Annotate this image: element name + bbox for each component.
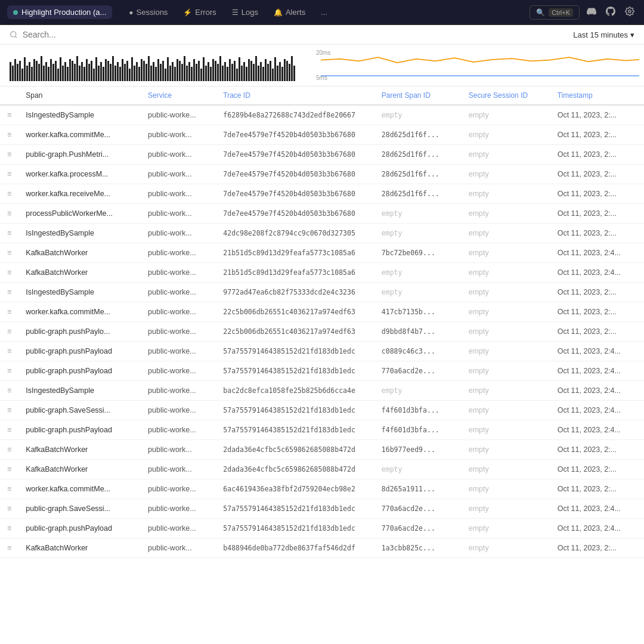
nav-logs[interactable]: ☰ Logs bbox=[225, 5, 265, 20]
row-timestamp: Oct 11, 2023, 2:... bbox=[550, 440, 644, 460]
svg-point-1 bbox=[11, 32, 16, 37]
nav-items: ● Sessions ⚡ Errors ☰ Logs 🔔 Alerts ... bbox=[122, 5, 530, 20]
table-row[interactable]: ≡ IsIngestedBySample public-worke... bac… bbox=[0, 381, 644, 401]
row-trace-id: 7de7ee4579e7f4520b4d0503b3b67680 bbox=[216, 125, 374, 145]
row-service: public-worke... bbox=[141, 283, 216, 302]
row-trace-id: 21b51d5c89d13d29feafa5773c1085a6 bbox=[216, 263, 374, 283]
row-span: public-graph.pushPaylo... bbox=[18, 322, 141, 342]
table-row[interactable]: ≡ KafkaBatchWorker public-work... 2dada3… bbox=[0, 440, 644, 460]
table-row[interactable]: ≡ public-graph.pushPaylo... public-worke… bbox=[0, 322, 644, 342]
row-trace-id: 22c5b006db26551c4036217a974edf63 bbox=[216, 302, 374, 322]
table-row[interactable]: ≡ public-graph.SaveSessi... public-worke… bbox=[0, 499, 644, 519]
row-session-id: empty bbox=[462, 302, 550, 322]
row-parent-span-id: 16b977eed9... bbox=[374, 440, 462, 460]
row-service: public-work... bbox=[141, 204, 216, 224]
table-row[interactable]: ≡ IsIngestedBySample public-work... 42dc… bbox=[0, 224, 644, 243]
row-menu[interactable]: ≡ bbox=[0, 538, 18, 558]
search-shortcut[interactable]: 🔍 Ctrl+K bbox=[530, 5, 580, 20]
table-row[interactable]: ≡ IsIngestedBySample public-worke... 977… bbox=[0, 283, 644, 302]
row-span: KafkaBatchWorker bbox=[18, 243, 141, 263]
row-session-id: empty bbox=[462, 479, 550, 499]
row-session-id: empty bbox=[462, 538, 550, 558]
table-row[interactable]: ≡ worker.kafka.processM... public-work..… bbox=[0, 165, 644, 184]
table-row[interactable]: ≡ worker.kafka.receiveMe... public-work.… bbox=[0, 184, 644, 204]
row-parent-span-id: d9bbd8f4b7... bbox=[374, 322, 462, 342]
col-span: Span bbox=[18, 86, 141, 105]
search-kbd-label: Ctrl+K bbox=[549, 8, 573, 17]
search-icon: 🔍 bbox=[536, 8, 545, 17]
table-row[interactable]: ≡ worker.kafka.commitMe... public-work..… bbox=[0, 125, 644, 145]
row-menu[interactable]: ≡ bbox=[0, 519, 18, 538]
row-menu[interactable]: ≡ bbox=[0, 420, 18, 440]
table-header-row: Span Service Trace ID Parent Span ID Sec… bbox=[0, 86, 644, 105]
time-filter[interactable]: Last 15 minutes ▾ bbox=[573, 30, 634, 39]
spans-table: Span Service Trace ID Parent Span ID Sec… bbox=[0, 86, 644, 558]
table-row[interactable]: ≡ KafkaBatchWorker public-worke... 21b51… bbox=[0, 243, 644, 263]
nav-more[interactable]: ... bbox=[314, 5, 335, 20]
row-menu[interactable]: ≡ bbox=[0, 243, 18, 263]
table-row[interactable]: ≡ processPublicWorkerMe... public-work..… bbox=[0, 204, 644, 224]
row-menu[interactable]: ≡ bbox=[0, 224, 18, 243]
row-menu[interactable]: ≡ bbox=[0, 440, 18, 460]
row-trace-id: 7de7ee4579e7f4520b4d0503b3b67680 bbox=[216, 204, 374, 224]
row-menu[interactable]: ≡ bbox=[0, 263, 18, 283]
row-menu[interactable]: ≡ bbox=[0, 105, 18, 125]
row-menu[interactable]: ≡ bbox=[0, 184, 18, 204]
alerts-icon: 🔔 bbox=[274, 8, 283, 17]
nav-sessions[interactable]: ● Sessions bbox=[122, 5, 175, 20]
table-row[interactable]: ≡ KafkaBatchWorker public-work... 2dada3… bbox=[0, 460, 644, 479]
settings-button[interactable] bbox=[623, 4, 637, 21]
row-service: public-work... bbox=[141, 165, 216, 184]
row-menu[interactable]: ≡ bbox=[0, 283, 18, 302]
table-row[interactable]: ≡ public-graph.SaveSessi... public-worke… bbox=[0, 401, 644, 420]
table-row[interactable]: ≡ IsIngestedBySample public-worke... f62… bbox=[0, 105, 644, 125]
github-button[interactable] bbox=[603, 4, 618, 21]
row-menu[interactable]: ≡ bbox=[0, 125, 18, 145]
row-parent-span-id: empty bbox=[374, 460, 462, 479]
table-row[interactable]: ≡ worker.kafka.commitMe... public-worke.… bbox=[0, 302, 644, 322]
table-row[interactable]: ≡ public-graph.pushPayload public-worke.… bbox=[0, 519, 644, 538]
row-menu[interactable]: ≡ bbox=[0, 479, 18, 499]
row-trace-id: 9772ad47ea6cb82f75333dcd2e4c3236 bbox=[216, 283, 374, 302]
table-row[interactable]: ≡ KafkaBatchWorker public-worke... 21b51… bbox=[0, 263, 644, 283]
row-span: IsIngestedBySample bbox=[18, 224, 141, 243]
table-row[interactable]: ≡ public-graph.pushPayload public-worke.… bbox=[0, 342, 644, 361]
search-input[interactable] bbox=[23, 30, 568, 39]
row-timestamp: Oct 11, 2023, 2:... bbox=[550, 184, 644, 204]
row-service: public-worke... bbox=[141, 519, 216, 538]
row-menu[interactable]: ≡ bbox=[0, 204, 18, 224]
nav-alerts[interactable]: 🔔 Alerts bbox=[267, 5, 312, 20]
row-trace-id: 7de7ee4579e7f4520b4d0503b3b67680 bbox=[216, 184, 374, 204]
nav-errors-label: Errors bbox=[195, 8, 216, 17]
row-parent-span-id: c0889c46c3... bbox=[374, 342, 462, 361]
row-service: public-worke... bbox=[141, 381, 216, 401]
row-menu[interactable]: ≡ bbox=[0, 145, 18, 165]
table-row[interactable]: ≡ KafkaBatchWorker public-work... b48894… bbox=[0, 538, 644, 558]
table-row[interactable]: ≡ public-graph.PushMetri... public-work.… bbox=[0, 145, 644, 165]
row-trace-id: 57a755791464385152d21fd183db1edc bbox=[216, 519, 374, 538]
time-filter-label: Last 15 minutes bbox=[573, 30, 628, 39]
nav-errors[interactable]: ⚡ Errors bbox=[176, 5, 223, 20]
row-session-id: empty bbox=[462, 381, 550, 401]
row-menu[interactable]: ≡ bbox=[0, 361, 18, 381]
discord-button[interactable] bbox=[584, 4, 599, 21]
row-menu[interactable]: ≡ bbox=[0, 302, 18, 322]
row-menu[interactable]: ≡ bbox=[0, 342, 18, 361]
row-span: worker.kafka.commitMe... bbox=[18, 125, 141, 145]
table-row[interactable]: ≡ public-graph.pushPayload public-worke.… bbox=[0, 361, 644, 381]
brand-button[interactable]: Highlight Production (a... bbox=[7, 5, 112, 19]
row-menu[interactable]: ≡ bbox=[0, 401, 18, 420]
row-menu[interactable]: ≡ bbox=[0, 499, 18, 519]
row-parent-span-id: 417cb7135b... bbox=[374, 302, 462, 322]
row-menu[interactable]: ≡ bbox=[0, 322, 18, 342]
row-trace-id: 7de7ee4579e7f4520b4d0503b3b67680 bbox=[216, 145, 374, 165]
table-row[interactable]: ≡ public-graph.pushPayload public-worke.… bbox=[0, 420, 644, 440]
table-row[interactable]: ≡ worker.kafka.commitMe... public-worke.… bbox=[0, 479, 644, 499]
row-trace-id: b488946de0ba772dbe8637faf546d2df bbox=[216, 538, 374, 558]
row-menu[interactable]: ≡ bbox=[0, 460, 18, 479]
row-menu[interactable]: ≡ bbox=[0, 165, 18, 184]
row-menu[interactable]: ≡ bbox=[0, 381, 18, 401]
row-span: public-graph.pushPayload bbox=[18, 361, 141, 381]
svg-point-0 bbox=[628, 10, 631, 13]
row-parent-span-id: f4f601d3bfa... bbox=[374, 401, 462, 420]
